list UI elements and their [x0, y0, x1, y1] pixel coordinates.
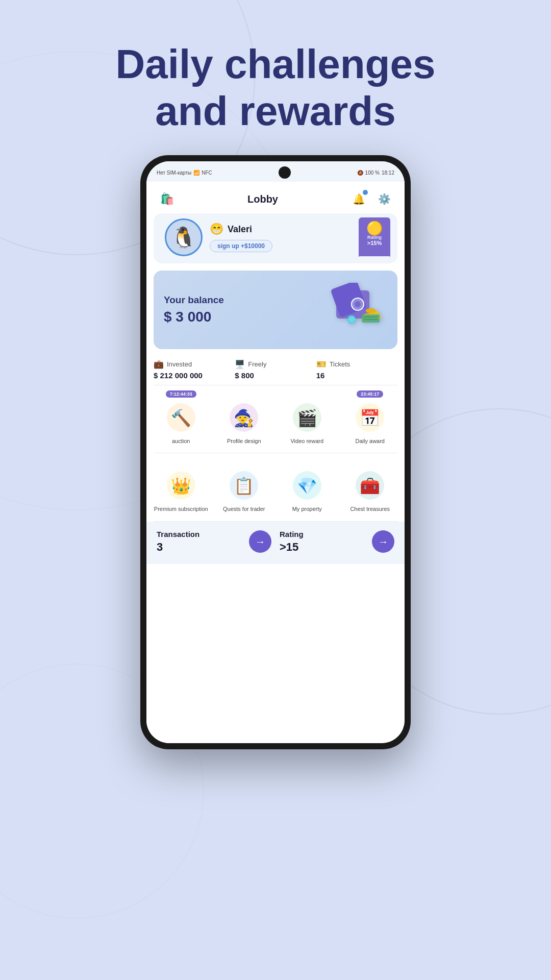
activity-video-reward[interactable]: 🎬Video reward: [277, 390, 338, 448]
phone-mockup: Нет SIM-карты 📶 NFC 🔕 100 % 18:12 🛍️ Lob…: [0, 155, 551, 770]
svg-text:🔨: 🔨: [171, 408, 191, 428]
rating-arrow-button[interactable]: →: [372, 530, 394, 553]
svg-text:📋: 📋: [234, 476, 254, 496]
top-nav: 🛍️ Lobby 🔔 ⚙️: [146, 182, 405, 213]
svg-text:🎬: 🎬: [297, 408, 317, 428]
profile-design-icon: 🧙: [226, 400, 262, 435]
activity-quests-for-trader[interactable]: 📋Quests for trader: [214, 458, 275, 516]
page-title: Daily challenges and rewards: [0, 0, 551, 155]
activity-auction[interactable]: 7:12:44:33🔨auction: [151, 390, 212, 448]
stat-freely: 🖥️ Freely $ 800: [235, 359, 316, 380]
freely-value: $ 800: [235, 371, 316, 380]
svg-text:👑: 👑: [171, 476, 191, 496]
my-property-label: My property: [292, 505, 322, 512]
status-bar: Нет SIM-карты 📶 NFC 🔕 100 % 18:12: [146, 161, 405, 182]
nav-icons: 🔔 ⚙️: [349, 190, 393, 208]
balance-text: Your balance $ 3 000: [164, 295, 331, 325]
arrow-right-icon-2: →: [378, 536, 388, 548]
safe-icon: [331, 283, 387, 337]
svg-rect-10: [364, 316, 378, 317]
rating-ribbon: 🟡 Rating >15%: [359, 217, 390, 256]
balance-amount: $ 3 000: [164, 309, 331, 325]
invested-icon: 💼: [154, 359, 164, 369]
quests-for-trader-label: Quests for trader: [223, 505, 265, 512]
svg-text:🧙: 🧙: [234, 408, 254, 428]
tickets-value: 16: [316, 371, 397, 380]
daily-award-timer: 23:45:17: [357, 390, 383, 398]
auction-timer: 7:12:44:33: [166, 390, 196, 398]
auction-icon: 🔨: [163, 400, 199, 435]
chest-treasures-icon: 🧰: [352, 468, 388, 503]
bell-icon: 🔔: [353, 193, 365, 205]
daily-award-icon: 📅: [352, 400, 388, 435]
svg-rect-9: [362, 314, 380, 323]
app-screen: 🛍️ Lobby 🔔 ⚙️ 🐧: [146, 182, 405, 743]
premium-subscription-icon: 👑: [163, 468, 199, 503]
stats-row: 💼 Invested $ 212 000 000 🖥️ Freely $ 800: [146, 354, 405, 385]
svg-point-3: [355, 301, 361, 307]
activity-chest-treasures[interactable]: 🧰Chest treasures: [340, 458, 401, 516]
rating-label: Rating: [362, 235, 387, 240]
tickets-label: Tickets: [330, 360, 350, 368]
daily-award-label: Daily award: [356, 437, 385, 445]
stat-invested: 💼 Invested $ 212 000 000: [154, 359, 235, 380]
rating-value: >15%: [362, 240, 387, 246]
profile-emoji: 😁: [210, 223, 223, 236]
phone-frame: Нет SIM-карты 📶 NFC 🔕 100 % 18:12 🛍️ Lob…: [140, 155, 411, 749]
notification-button[interactable]: 🔔: [349, 190, 368, 208]
activity-daily-award[interactable]: 23:45:17📅Daily award: [340, 390, 401, 448]
status-left: Нет SIM-карты 📶 NFC: [157, 170, 212, 176]
quests-for-trader-icon: 📋: [226, 468, 262, 503]
nav-title: Lobby: [247, 193, 278, 205]
stat-tickets: 🎫 Tickets 16: [316, 359, 397, 380]
activity-premium-subscription[interactable]: 👑Premium subscription: [151, 458, 212, 516]
chest-treasures-label: Chest treasures: [350, 505, 390, 512]
video-reward-icon: 🎬: [289, 400, 325, 435]
activity-my-property[interactable]: 💎My property: [277, 458, 338, 516]
my-property-icon: 💎: [289, 468, 325, 503]
svg-point-6: [366, 308, 376, 313]
bottom-bar: Transaction 3 → Rating >15 →: [146, 522, 405, 564]
balance-card: Your balance $ 3 000: [154, 271, 397, 349]
activities-grid-row2: 👑Premium subscription📋Quests for trader💎…: [146, 453, 405, 521]
bottom-rating: Rating >15: [280, 530, 372, 554]
balance-label: Your balance: [164, 295, 331, 306]
transaction-label: Transaction: [157, 530, 249, 538]
gear-icon: ⚙️: [378, 193, 391, 205]
svg-text:🧰: 🧰: [360, 476, 380, 496]
phone-screen: Нет SIM-карты 📶 NFC 🔕 100 % 18:12 🛍️ Lob…: [146, 161, 405, 743]
invested-label: Invested: [167, 360, 192, 368]
rating-bottom-value: >15: [280, 541, 372, 554]
transaction-arrow-button[interactable]: →: [249, 530, 271, 553]
signup-badge[interactable]: sign up +$10000: [210, 240, 272, 252]
front-camera: [279, 166, 291, 179]
invested-value: $ 212 000 000: [154, 371, 235, 380]
freely-icon: 🖥️: [235, 359, 245, 369]
premium-subscription-label: Premium subscription: [154, 505, 208, 512]
notification-dot: [363, 190, 368, 195]
status-right: 🔕 100 % 18:12: [357, 170, 394, 176]
svg-rect-11: [364, 319, 378, 320]
rating-coin-icon: 🟡: [362, 222, 387, 235]
svg-text:📅: 📅: [360, 408, 380, 428]
arrow-right-icon: →: [255, 536, 265, 548]
profile-design-label: Profile design: [227, 437, 261, 445]
auction-label: auction: [172, 437, 190, 445]
video-reward-label: Video reward: [290, 437, 323, 445]
svg-text:💎: 💎: [297, 476, 317, 496]
freely-label: Freely: [248, 360, 266, 368]
settings-button[interactable]: ⚙️: [375, 190, 393, 208]
rating-bottom-label: Rating: [280, 530, 372, 538]
transaction-value: 3: [157, 541, 249, 554]
avatar[interactable]: 🐧: [165, 218, 203, 256]
activities-grid-row1: 7:12:44:33🔨auction🧙Profile design🎬Video …: [146, 385, 405, 453]
bottom-transaction: Transaction 3: [157, 530, 249, 554]
bag-button[interactable]: 🛍️: [158, 190, 176, 208]
activity-profile-design[interactable]: 🧙Profile design: [214, 390, 275, 448]
profile-section: 🐧 😁 Valeri sign up +$10000 🟡 Rating: [154, 213, 397, 263]
tickets-icon: 🎫: [316, 359, 327, 369]
